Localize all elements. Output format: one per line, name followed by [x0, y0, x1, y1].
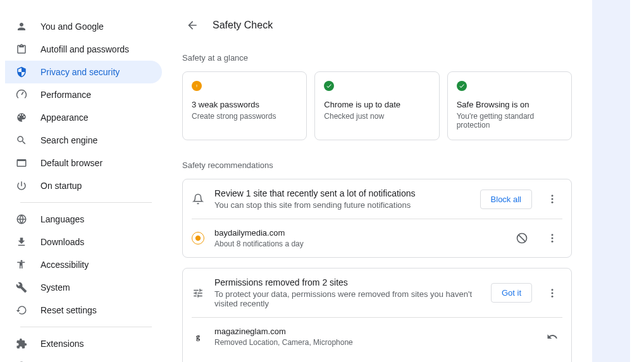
glance-card-safe-browsing[interactable]: Safe Browsing is on You're getting stand… — [447, 71, 572, 140]
rec-subtitle: To protect your data, permissions were r… — [214, 289, 481, 308]
check-icon — [324, 81, 334, 91]
undo-button[interactable] — [542, 327, 562, 347]
sidebar-item-label: You and Google — [40, 21, 104, 32]
svg-point-13 — [552, 292, 554, 294]
site-favicon: g — [192, 330, 204, 343]
sidebar-item-label: Search engine — [40, 135, 97, 145]
got-it-button[interactable]: Got it — [491, 283, 532, 303]
extension-icon — [15, 337, 28, 350]
more-button[interactable] — [542, 189, 562, 209]
card-title: Safe Browsing is on — [457, 100, 562, 109]
sidebar-item-about-chrome[interactable]: About Chrome — [5, 355, 162, 362]
site-favicon — [192, 232, 204, 244]
accessibility-icon — [15, 258, 28, 271]
sidebar-item-label: On startup — [40, 181, 82, 191]
back-button[interactable] — [182, 15, 202, 35]
site-name: magazineglam.com — [214, 327, 532, 336]
card-subtitle: Create strong passwords — [192, 112, 297, 121]
svg-point-9 — [552, 234, 554, 236]
sidebar-divider — [20, 327, 152, 327]
svg-point-12 — [552, 289, 554, 291]
sliders-icon — [192, 287, 204, 299]
rec-card-permissions: Permissions removed from 2 sites To prot… — [182, 268, 572, 362]
sidebar-item-label: Privacy and security — [40, 67, 120, 77]
search-icon — [15, 134, 28, 147]
sidebar-item-autofill[interactable]: Autofill and passwords — [5, 38, 162, 61]
power-icon — [15, 179, 28, 192]
sidebar-item-reset-settings[interactable]: Reset settings — [5, 299, 162, 322]
sidebar-item-languages[interactable]: Languages — [5, 208, 162, 231]
shield-icon — [15, 66, 28, 78]
svg-point-11 — [552, 241, 554, 243]
sidebar-item-label: Languages — [40, 214, 84, 224]
sidebar-item-performance[interactable]: Performance — [5, 83, 162, 106]
svg-point-10 — [552, 238, 554, 239]
wrench-icon — [15, 281, 28, 294]
sidebar-item-label: Extensions — [40, 339, 84, 349]
globe-icon — [15, 213, 28, 226]
card-subtitle: You're getting standard protection — [457, 112, 562, 130]
site-row: baydailymedia.com About 8 notifications … — [183, 219, 571, 257]
right-background-strip — [592, 0, 630, 362]
site-name: baydailymedia.com — [214, 228, 502, 238]
card-title: 3 weak passwords — [192, 100, 297, 109]
rec-header: Review 1 site that recently sent a lot o… — [183, 179, 571, 219]
sidebar-item-label: Downloads — [40, 237, 84, 247]
warning-icon — [192, 81, 202, 91]
card-title: Chrome is up to date — [324, 100, 430, 109]
svg-point-1 — [21, 260, 23, 262]
block-all-button[interactable]: Block all — [480, 190, 532, 209]
glance-card-passwords[interactable]: 3 weak passwords Create strong passwords — [182, 71, 307, 140]
more-button[interactable] — [542, 283, 562, 303]
sidebar-divider — [20, 202, 152, 203]
glance-heading: Safety at a glance — [182, 53, 572, 63]
rec-title: Review 1 site that recently sent a lot o… — [214, 188, 470, 198]
sidebar: You and Google Autofill and passwords Pr… — [0, 0, 162, 362]
sidebar-item-label: Reset settings — [40, 305, 97, 315]
site-row: g magazineglam.com Removed Location, Cam… — [183, 318, 571, 356]
card-subtitle: Checked just now — [324, 112, 430, 121]
sidebar-item-default-browser[interactable]: Default browser — [5, 152, 162, 174]
main-content: Safety Check Safety at a glance 3 weak p… — [162, 0, 592, 362]
page-header: Safety Check — [182, 15, 572, 35]
site-subtitle: About 8 notifications a day — [214, 239, 502, 248]
page-title: Safety Check — [213, 20, 273, 31]
site-subtitle: Removed Location, Camera, Microphone — [214, 338, 532, 347]
sidebar-item-label: Autofill and passwords — [40, 44, 129, 54]
reset-icon — [15, 304, 28, 317]
rec-header: Permissions removed from 2 sites To prot… — [183, 268, 571, 317]
clipboard-icon — [15, 43, 28, 56]
svg-point-4 — [552, 195, 554, 196]
sidebar-item-on-startup[interactable]: On startup — [5, 174, 162, 197]
glance-card-updates[interactable]: Chrome is up to date Checked just now — [314, 71, 439, 140]
check-icon — [457, 81, 467, 91]
svg-line-8 — [519, 235, 526, 242]
recs-heading: Safety recommendations — [182, 160, 572, 170]
gauge-icon — [15, 88, 28, 101]
glance-cards: 3 weak passwords Create strong passwords… — [182, 71, 572, 140]
sidebar-item-you-and-google[interactable]: You and Google — [5, 15, 162, 38]
sidebar-item-downloads[interactable]: Downloads — [5, 231, 162, 253]
download-icon — [15, 236, 28, 248]
rec-card-notifications: Review 1 site that recently sent a lot o… — [182, 179, 572, 258]
sidebar-item-label: System — [40, 282, 70, 293]
svg-point-14 — [552, 295, 554, 297]
sidebar-item-appearance[interactable]: Appearance — [5, 106, 162, 129]
svg-point-6 — [552, 202, 554, 203]
bell-icon — [192, 193, 204, 205]
block-site-button[interactable] — [512, 228, 532, 248]
sidebar-item-label: Performance — [40, 90, 91, 100]
rec-title: Permissions removed from 2 sites — [214, 277, 481, 287]
sidebar-item-extensions[interactable]: Extensions — [5, 332, 162, 355]
sidebar-item-accessibility[interactable]: Accessibility — [5, 253, 162, 276]
svg-point-5 — [552, 198, 554, 200]
more-button[interactable] — [542, 228, 562, 248]
sidebar-item-label: Default browser — [40, 158, 102, 168]
site-row: GS gurushape.com Removed Location — [183, 356, 571, 362]
sidebar-item-label: Appearance — [40, 112, 89, 123]
sidebar-item-search-engine[interactable]: Search engine — [5, 129, 162, 152]
sidebar-item-system[interactable]: System — [5, 276, 162, 299]
sidebar-item-privacy-security[interactable]: Privacy and security — [5, 61, 162, 83]
person-icon — [15, 20, 28, 33]
sidebar-item-label: Accessibility — [40, 260, 89, 270]
